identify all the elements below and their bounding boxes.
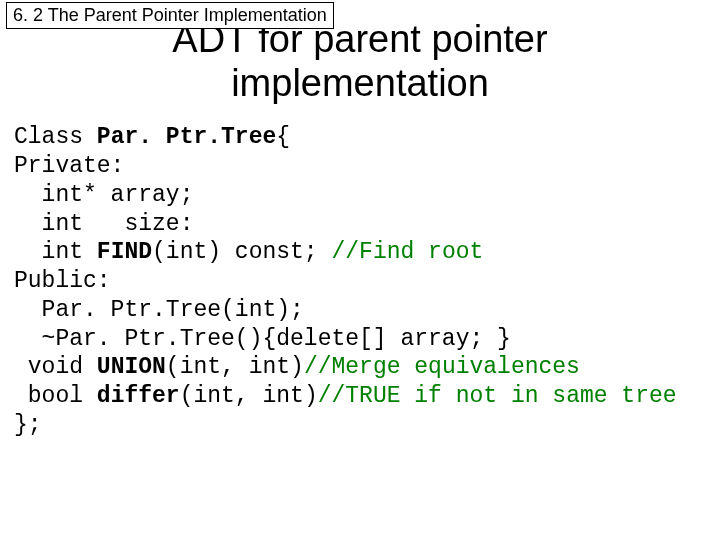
code-line-9: void UNION(int, int)//Merge equivalences [14,354,580,380]
code-line-11: }; [14,412,42,438]
code-line-1: Class Par. Ptr.Tree{ [14,124,290,150]
code-line-2: Private: [14,153,124,179]
code-line-7: Par. Ptr.Tree(int); [14,297,304,323]
code-line-10: bool differ(int, int)//TRUE if not in sa… [14,383,677,409]
title-line-2: implementation [231,62,489,104]
code-line-4: int size: [14,211,193,237]
section-label: 6. 2 The Parent Pointer Implementation [6,2,334,29]
page-title: ADT for parent pointer implementation [0,18,720,105]
code-line-8: ~Par. Ptr.Tree(){delete[] array; } [14,326,511,352]
code-line-5: int FIND(int) const; //Find root [14,239,483,265]
code-block: Class Par. Ptr.Tree{ Private: int* array… [14,123,720,439]
code-line-3: int* array; [14,182,193,208]
code-line-6: Public: [14,268,111,294]
